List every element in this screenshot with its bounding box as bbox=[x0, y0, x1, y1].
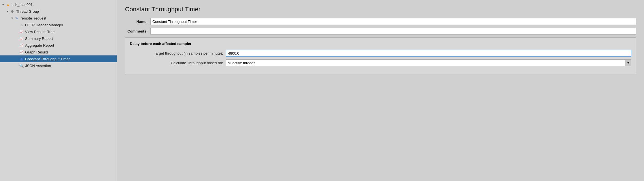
comments-input[interactable] bbox=[150, 28, 636, 35]
tree-item-label: Thread Group bbox=[16, 9, 39, 14]
sidebar-item-adx-plan[interactable]: ▼▲adx_plan001 bbox=[0, 1, 117, 8]
tree-arrow: ▼ bbox=[11, 17, 14, 20]
sidebar-item-http-header-manager[interactable]: ✕HTTP Header Manager bbox=[0, 21, 117, 28]
name-input[interactable] bbox=[150, 18, 636, 25]
chart-icon: 📈 bbox=[19, 29, 24, 34]
folder-icon: ▲ bbox=[5, 2, 10, 7]
tree-item-label: Graph Results bbox=[25, 50, 49, 54]
sidebar-item-graph-results[interactable]: 📈Graph Results bbox=[0, 49, 117, 55]
comments-row: Comments: bbox=[125, 28, 636, 35]
name-label: Name: bbox=[125, 20, 150, 24]
tree-item-label: Aggregate Report bbox=[25, 43, 54, 48]
tree-item-label: View Results Tree bbox=[25, 30, 55, 34]
target-throughput-row: Target throughput (in samples per minute… bbox=[130, 50, 631, 57]
tree-item-label: JSON Assertion bbox=[25, 64, 51, 68]
calculate-select-wrapper: all active threadsall active threads in … bbox=[226, 59, 631, 66]
tree-item-label: Summary Report bbox=[25, 36, 53, 41]
chart-icon: 📈 bbox=[19, 43, 24, 48]
name-row: Name: bbox=[125, 18, 636, 25]
target-throughput-label: Target throughput (in samples per minute… bbox=[130, 51, 226, 55]
tree-arrow: ▼ bbox=[2, 3, 5, 6]
search-icon: 🔍 bbox=[19, 63, 24, 68]
tree-item-label: adx_plan001 bbox=[12, 3, 32, 7]
calculate-select[interactable]: all active threadsall active threads in … bbox=[226, 59, 631, 66]
tree-item-label: HTTP Header Manager bbox=[25, 23, 63, 27]
chart-icon: 📈 bbox=[19, 36, 24, 41]
pencil-icon: ✎ bbox=[14, 16, 19, 21]
wrench-icon: ✕ bbox=[19, 22, 24, 27]
target-throughput-input[interactable] bbox=[226, 50, 631, 57]
main-content: Constant Throughput Timer Name: Comments… bbox=[117, 0, 644, 181]
delay-section-title: Delay before each affected sampler bbox=[130, 42, 631, 46]
sidebar-item-remote-request[interactable]: ▼✎remote_request bbox=[0, 15, 117, 21]
calculate-label: Calculate Throughput based on: bbox=[130, 61, 226, 65]
tree-arrow: ▼ bbox=[6, 10, 9, 13]
gear-icon: ⚙ bbox=[10, 9, 15, 14]
chart-icon: 📈 bbox=[19, 49, 24, 55]
panel-title: Constant Throughput Timer bbox=[125, 6, 636, 13]
tree-item-label: Constant Throughput Timer bbox=[25, 57, 70, 61]
sidebar-item-aggregate-report[interactable]: 📈Aggregate Report bbox=[0, 42, 117, 49]
sidebar: ▼▲adx_plan001▼⚙Thread Group▼✎remote_requ… bbox=[0, 0, 117, 181]
sidebar-item-summary-report[interactable]: 📈Summary Report bbox=[0, 35, 117, 42]
sidebar-item-constant-throughput-timer[interactable]: ◉Constant Throughput Timer bbox=[0, 55, 117, 62]
delay-section: Delay before each affected sampler Targe… bbox=[125, 37, 636, 74]
sidebar-item-view-results-tree[interactable]: 📈View Results Tree bbox=[0, 28, 117, 35]
sidebar-item-thread-group[interactable]: ▼⚙Thread Group bbox=[0, 8, 117, 15]
tree-item-label: remote_request bbox=[21, 16, 46, 20]
sidebar-item-json-assertion[interactable]: 🔍JSON Assertion bbox=[0, 62, 117, 69]
timer-icon: ◉ bbox=[19, 56, 24, 61]
calculate-row: Calculate Throughput based on: all activ… bbox=[130, 59, 631, 66]
comments-label: Comments: bbox=[125, 29, 150, 33]
